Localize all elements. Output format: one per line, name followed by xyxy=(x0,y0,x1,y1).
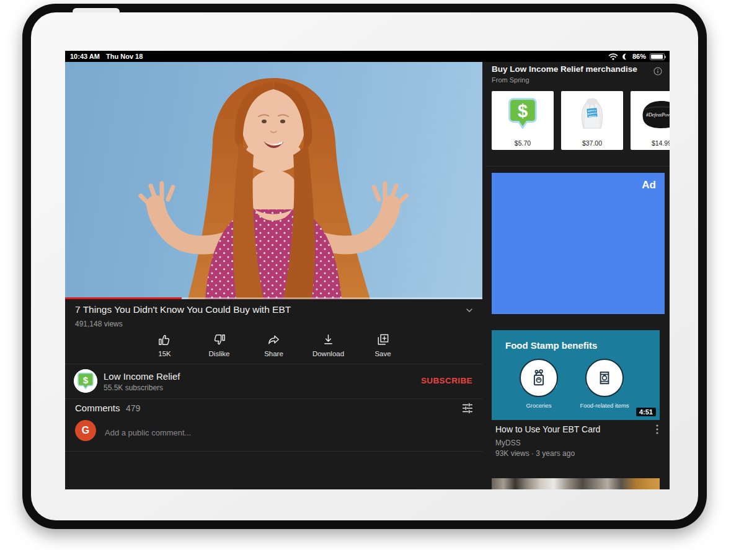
chevron-down-icon[interactable] xyxy=(464,305,474,315)
thumbs-up-icon xyxy=(157,333,172,347)
status-date: Thu Nov 18 xyxy=(106,53,143,60)
share-arrow-icon xyxy=(267,333,281,347)
merch-price: $14.99 xyxy=(631,139,670,147)
share-label: Share xyxy=(264,350,283,357)
like-button[interactable]: 15K xyxy=(146,331,184,364)
merch-subtitle: From Spring xyxy=(492,76,529,84)
svg-text:$: $ xyxy=(83,375,89,385)
divider xyxy=(65,398,482,399)
channel-name[interactable]: Low Income Relief xyxy=(104,371,180,382)
hoodie-image: BIPPITY BOPPITY BROKE xyxy=(561,91,623,136)
food-items-circle xyxy=(585,359,624,397)
status-icons: 86% xyxy=(608,52,665,61)
food-box-icon xyxy=(594,367,615,388)
channel-subscribers: 55.5K subscribers xyxy=(104,383,163,392)
channel-avatar[interactable]: $ xyxy=(74,369,97,393)
merch-item-fanny-pack[interactable]: #DefeatPoverty $14.99 xyxy=(631,91,670,150)
groceries-circle xyxy=(520,359,558,397)
related-video-meta: 93K views · 3 years ago xyxy=(495,449,575,458)
download-label: Download xyxy=(312,350,344,357)
ad-label: Ad xyxy=(642,179,656,191)
download-button[interactable]: Download xyxy=(310,331,347,364)
dislike-label: Dislike xyxy=(209,350,230,357)
svg-text:$: $ xyxy=(518,101,528,121)
download-arrow-icon xyxy=(321,333,335,347)
video-player[interactable] xyxy=(65,62,482,299)
view-count: 491,148 views xyxy=(75,320,123,328)
action-bar: 15K Dislike Share Downl xyxy=(65,331,482,364)
dollar-sticker-image: $ xyxy=(492,91,554,136)
circle-label: Groceries xyxy=(502,402,576,409)
related-video-title[interactable]: How to Use Your EBT Card xyxy=(495,424,650,434)
battery-percent: 86% xyxy=(632,53,646,60)
status-time: 10:43 AM xyxy=(70,53,100,60)
thumbnail-title: Food Stamp benefits xyxy=(505,340,597,351)
related-video-channel: MyDSS xyxy=(495,439,521,447)
merch-item-hoodie[interactable]: BIPPITY BOPPITY BROKE $37.00 xyxy=(561,91,623,150)
share-button[interactable]: Share xyxy=(255,331,293,364)
merch-title: Buy Low Income Relief merchandise xyxy=(492,64,637,74)
comments-count: 479 xyxy=(126,403,140,413)
merch-price: $37.00 xyxy=(561,139,623,147)
like-count: 15K xyxy=(158,350,170,357)
save-label: Save xyxy=(374,350,391,357)
related-video-thumbnail[interactable]: Food Stamp benefits xyxy=(492,330,660,420)
dollar-bubble-logo-icon: $ xyxy=(74,369,97,393)
video-progress-fill xyxy=(65,297,182,299)
merch-price: $5.70 xyxy=(492,139,554,147)
divider xyxy=(65,364,482,364)
ad-banner[interactable]: Ad xyxy=(492,173,665,314)
divider xyxy=(487,166,670,167)
save-button[interactable]: Save xyxy=(365,331,402,364)
video-frame-illustration xyxy=(65,62,482,299)
thumbs-down-icon xyxy=(212,333,226,347)
video-title: 7 Things You Didn't Know You Could Buy w… xyxy=(75,304,447,315)
wifi-icon xyxy=(608,53,618,60)
more-options-icon[interactable] xyxy=(653,424,662,435)
fanny-pack-image: #DefeatPoverty xyxy=(631,91,670,136)
subscribe-button[interactable]: SUBSCRIBE xyxy=(412,376,472,385)
circle-label: Food-related items xyxy=(567,402,642,409)
do-not-disturb-moon-icon xyxy=(622,53,629,60)
merch-item-dollar-sticker[interactable]: $ $5.70 xyxy=(492,91,554,150)
tablet-screen: 10:43 AM Thu Nov 18 86% xyxy=(65,51,670,489)
grocery-bag-icon xyxy=(528,367,549,388)
sort-comments-icon[interactable] xyxy=(461,401,474,415)
comment-input[interactable]: Add a public comment... xyxy=(105,426,452,437)
next-video-thumbnail-partial[interactable] xyxy=(492,478,660,489)
svg-text:#DefeatPoverty: #DefeatPoverty xyxy=(646,112,670,118)
save-playlist-icon xyxy=(376,333,390,347)
comments-header: Comments xyxy=(75,403,120,413)
info-icon[interactable] xyxy=(653,66,663,76)
duration-badge: 4:51 xyxy=(636,408,656,416)
user-avatar[interactable]: G xyxy=(75,420,96,441)
page-background: 10:43 AM Thu Nov 18 86% xyxy=(0,0,744,560)
battery-icon xyxy=(650,53,665,60)
dislike-button[interactable]: Dislike xyxy=(201,331,238,364)
divider xyxy=(65,451,482,452)
status-bar: 10:43 AM Thu Nov 18 86% xyxy=(65,51,670,62)
